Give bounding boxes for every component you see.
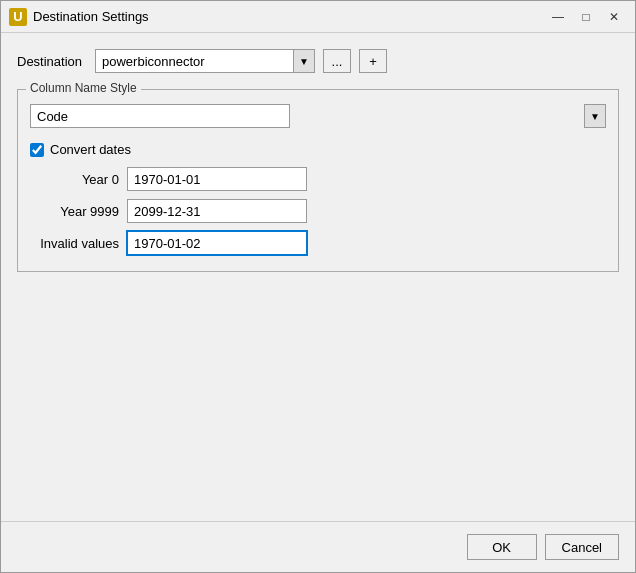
- year9999-input[interactable]: [127, 199, 307, 223]
- invalid-values-input[interactable]: [127, 231, 307, 255]
- year9999-row: Year 9999: [34, 199, 606, 223]
- destination-settings-window: U Destination Settings — □ ✕ Destination…: [0, 0, 636, 573]
- year0-input[interactable]: [127, 167, 307, 191]
- invalid-values-row: Invalid values: [34, 231, 606, 255]
- convert-dates-row: Convert dates: [30, 142, 606, 157]
- cancel-button[interactable]: Cancel: [545, 534, 619, 560]
- date-fields: Year 0 Year 9999 Invalid values: [30, 167, 606, 255]
- year0-row: Year 0: [34, 167, 606, 191]
- footer: OK Cancel: [1, 521, 635, 572]
- add-button[interactable]: +: [359, 49, 387, 73]
- year9999-label: Year 9999: [34, 204, 119, 219]
- year0-label: Year 0: [34, 172, 119, 187]
- browse-button[interactable]: ...: [323, 49, 351, 73]
- column-style-select-wrapper: Code Name Caption ▼: [30, 104, 606, 128]
- ok-button[interactable]: OK: [467, 534, 537, 560]
- window-content: Destination powerbiconnector ▼ ... + Col…: [1, 33, 635, 521]
- destination-row: Destination powerbiconnector ▼ ... +: [17, 49, 619, 73]
- title-bar: U Destination Settings — □ ✕: [1, 1, 635, 33]
- invalid-values-label: Invalid values: [34, 236, 119, 251]
- window-title: Destination Settings: [33, 9, 545, 24]
- destination-label: Destination: [17, 54, 87, 69]
- column-style-select[interactable]: Code Name Caption: [30, 104, 290, 128]
- group-box-legend: Column Name Style: [26, 81, 141, 95]
- app-icon: U: [9, 8, 27, 26]
- minimize-button[interactable]: —: [545, 6, 571, 28]
- convert-dates-checkbox[interactable]: [30, 143, 44, 157]
- destination-select[interactable]: powerbiconnector: [95, 49, 315, 73]
- convert-dates-label[interactable]: Convert dates: [50, 142, 131, 157]
- column-name-style-group: Column Name Style Code Name Caption ▼ Co…: [17, 89, 619, 272]
- close-button[interactable]: ✕: [601, 6, 627, 28]
- column-style-dropdown-arrow-icon: ▼: [584, 104, 606, 128]
- maximize-button[interactable]: □: [573, 6, 599, 28]
- destination-select-wrapper: powerbiconnector ▼: [95, 49, 315, 73]
- title-bar-controls: — □ ✕: [545, 6, 627, 28]
